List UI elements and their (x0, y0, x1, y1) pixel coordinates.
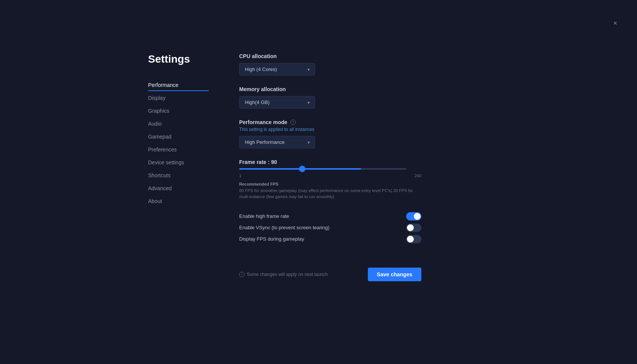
footer-row: i Some changes will apply on next launch… (239, 262, 421, 281)
framerate-label: Frame rate : 90 (239, 159, 421, 165)
toggle-vsync-track (406, 224, 421, 232)
performance-mode-sublabel: This setting is applied to all instances (239, 127, 421, 132)
toggle-display-fps-track (406, 235, 421, 243)
sidebar-item-device-settings[interactable]: Device settings (148, 156, 209, 169)
sidebar-item-preferences[interactable]: Preferences (148, 143, 209, 156)
footer-note-text: Some changes will apply on next launch (247, 272, 328, 277)
performance-mode-label: Performance mode (239, 119, 287, 125)
performance-mode-wrapper: Power saving Balanced High Performance ▼ (239, 136, 315, 148)
memory-allocation-label: Memory allocation (239, 86, 421, 92)
settings-container: Settings Performance Display Graphics Au… (148, 53, 421, 281)
cpu-allocation-group: CPU allocation Low (1 Core) Medium (2 Co… (239, 53, 421, 76)
toggle-vsync-label: Enable VSync (to prevent screen tearing) (239, 225, 330, 230)
sidebar: Performance Display Graphics Audio Gamep… (148, 79, 209, 207)
main-content: CPU allocation Low (1 Core) Medium (2 Co… (239, 53, 421, 281)
toggle-vsync[interactable] (406, 224, 421, 232)
cpu-allocation-wrapper: Low (1 Core) Medium (2 Cores) High (4 Co… (239, 63, 315, 76)
cpu-allocation-select[interactable]: Low (1 Core) Medium (2 Cores) High (4 Co… (239, 63, 315, 76)
fps-recommendation-title: Recommended FPS (239, 182, 278, 186)
toggle-high-frame-rate[interactable] (406, 212, 421, 221)
slider-max-label: 240 (415, 173, 421, 178)
sidebar-item-advanced[interactable]: Advanced (148, 182, 209, 194)
save-changes-button[interactable]: Save changes (368, 268, 421, 281)
memory-allocation-group: Memory allocation Low (1 GB) Medium (2 G… (239, 86, 421, 109)
toggle-high-frame-rate-label: Enable high frame rate (239, 213, 289, 219)
footer-note: i Some changes will apply on next launch (239, 272, 328, 277)
settings-left-panel: Settings Performance Display Graphics Au… (148, 53, 209, 281)
slider-min-label: 1 (239, 173, 241, 178)
performance-mode-label-wrapper: Performance mode ? (239, 119, 421, 125)
performance-mode-select[interactable]: Power saving Balanced High Performance (239, 136, 315, 148)
sidebar-item-shortcuts[interactable]: Shortcuts (148, 169, 209, 181)
toggle-display-fps-label: Display FPS during gameplay (239, 236, 304, 242)
fps-recommendation-text: 60 FPS for smoother gameplay (may effect… (239, 188, 413, 199)
toggle-vsync-row: Enable VSync (to prevent screen tearing) (239, 222, 421, 233)
slider-range-labels: 1 240 (239, 173, 421, 178)
performance-mode-info-icon[interactable]: ? (290, 120, 296, 125)
framerate-section: Frame rate : 90 1 240 Recommended FPS 60… (239, 159, 421, 200)
sidebar-item-graphics[interactable]: Graphics (148, 105, 209, 117)
framerate-slider[interactable] (239, 168, 406, 170)
toggle-vsync-knob (407, 224, 414, 231)
toggle-display-fps[interactable] (406, 235, 421, 243)
settings-title: Settings (148, 53, 209, 65)
sidebar-item-audio[interactable]: Audio (148, 118, 209, 130)
memory-allocation-wrapper: Low (1 GB) Medium (2 GB) High(4 GB) Very… (239, 96, 315, 109)
sidebar-item-about[interactable]: About (148, 195, 209, 207)
performance-mode-group: Performance mode ? This setting is appli… (239, 119, 421, 148)
toggle-high-frame-rate-row: Enable high frame rate (239, 211, 421, 222)
toggle-display-fps-knob (407, 236, 414, 243)
toggle-display-fps-row: Display FPS during gameplay (239, 233, 421, 245)
cpu-allocation-label: CPU allocation (239, 53, 421, 59)
sidebar-item-performance[interactable]: Performance (148, 79, 209, 91)
memory-allocation-select[interactable]: Low (1 GB) Medium (2 GB) High(4 GB) Very… (239, 96, 315, 109)
toggle-high-frame-rate-track (406, 212, 421, 221)
fps-recommendation: Recommended FPS 60 FPS for smoother game… (239, 181, 421, 200)
toggles-section: Enable high frame rate Enable VSync (to … (239, 211, 421, 245)
sidebar-item-gamepad[interactable]: Gamepad (148, 131, 209, 143)
sidebar-item-display[interactable]: Display (148, 92, 209, 104)
close-button[interactable]: × (613, 20, 617, 27)
footer-info-icon: i (239, 272, 244, 277)
toggle-high-frame-rate-knob (414, 213, 421, 220)
